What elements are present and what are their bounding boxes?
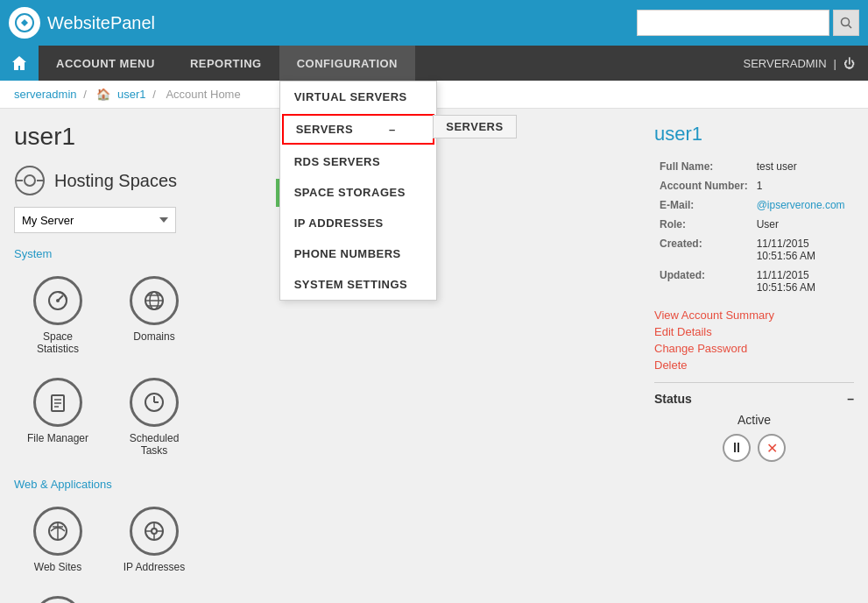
space-statistics-label: Space Statistics [21, 330, 95, 355]
left-panel: user1 Hosting Spaces My Server [0, 109, 258, 603]
delete-link[interactable]: Delete [654, 358, 854, 372]
change-password-link[interactable]: Change Password [654, 342, 854, 355]
svg-line-2 [849, 25, 852, 29]
status-section: Status – Active ⏸ ✕ [654, 382, 854, 462]
hosting-spaces-title: Hosting Spaces [54, 171, 177, 191]
right-panel: user1 Full Name: test user Account Numbe… [640, 109, 868, 603]
nav-right: SERVERADMIN | ⏻ [730, 57, 868, 70]
hosting-spaces-icon [14, 165, 46, 196]
web-apps-label: Web & Applications [14, 478, 244, 491]
info-value-updated: 11/11/2015 10:51:56 AM [753, 266, 852, 296]
dropdown-item-rds-servers[interactable]: RDS Servers [280, 146, 436, 177]
server-dropdown[interactable]: My Server [14, 207, 176, 233]
user-info-table: Full Name: test user Account Number: 1 E… [654, 156, 854, 298]
view-account-summary-link[interactable]: View Account Summary [654, 309, 854, 322]
icon-web-app-gallery[interactable]: Web App Gallery [14, 589, 102, 603]
action-links: View Account Summary Edit Details Change… [654, 309, 854, 372]
servers-overlay-btn[interactable]: Servers [433, 115, 516, 138]
web-icons-grid: Web Sites IP Addresses [14, 500, 244, 603]
search-input[interactable] [637, 10, 829, 36]
icon-file-manager[interactable]: File Manager [14, 371, 102, 464]
home-nav-button[interactable] [0, 46, 39, 81]
nav-bar: ACCOUNT MENU REPORTING CONFIGURATION Vir… [0, 46, 868, 81]
icon-space-statistics[interactable]: Space Statistics [14, 269, 102, 362]
breadcrumb-home-icon: 🏠 [96, 88, 110, 101]
status-label: Status [654, 392, 692, 406]
breadcrumb-serveradmin[interactable]: serveradmin [14, 88, 77, 101]
info-row-updated: Updated: 11/11/2015 10:51:56 AM [656, 266, 852, 296]
info-row-fullname: Full Name: test user [656, 158, 852, 175]
system-section-label: System [14, 247, 244, 260]
icon-scheduled-tasks[interactable]: Scheduled Tasks [110, 371, 198, 464]
hosting-spaces-section: Hosting Spaces My Server [14, 165, 244, 233]
logo-area: WebsitePanel [9, 7, 155, 39]
configuration-dropdown: Virtual Servers Servers Servers – RDS Se… [279, 81, 437, 301]
dropdown-item-space-storages[interactable]: Space Storages [280, 177, 436, 208]
info-label-email: E-Mail: [656, 196, 752, 214]
dropdown-item-ip-addresses[interactable]: IP Addresses [280, 208, 436, 238]
logo-text: WebsitePanel [47, 13, 155, 33]
info-row-created: Created: 11/11/2015 10:51:56 AM [656, 235, 852, 265]
ip-addresses-web-icon [130, 507, 179, 556]
user-info-title: user1 [654, 123, 854, 145]
nav-separator: | [834, 57, 836, 70]
file-manager-icon [33, 378, 82, 427]
search-area [637, 10, 859, 36]
scheduled-tasks-label: Scheduled Tasks [117, 432, 191, 457]
info-label-fullname: Full Name: [656, 158, 752, 175]
domains-icon [130, 276, 179, 325]
svg-point-26 [152, 529, 157, 534]
ip-addresses-web-label: IP Addresses [123, 561, 186, 573]
cancel-button[interactable]: ✕ [758, 434, 786, 462]
svg-point-9 [56, 299, 60, 302]
status-controls: ⏸ ✕ [654, 434, 854, 462]
info-value-role: User [753, 216, 852, 233]
web-sites-icon [33, 507, 82, 556]
breadcrumb-user1[interactable]: user1 [117, 88, 146, 101]
edit-details-link[interactable]: Edit Details [654, 325, 854, 338]
info-label-updated: Updated: [656, 266, 752, 296]
status-header: Status – [654, 392, 854, 406]
info-label-created: Created: [656, 235, 752, 265]
nav-username: SERVERADMIN [743, 57, 826, 70]
hosting-spaces-header: Hosting Spaces [14, 165, 244, 196]
top-bar: WebsitePanel [0, 0, 868, 46]
breadcrumb-account-home: Account Home [166, 88, 240, 101]
account-menu-nav[interactable]: ACCOUNT MENU [39, 46, 173, 81]
dropdown-item-virtual-servers[interactable]: Virtual Servers [280, 82, 436, 112]
configuration-nav[interactable]: CONFIGURATION Virtual Servers Servers Se… [279, 46, 415, 81]
file-manager-label: File Manager [27, 432, 88, 444]
system-icons-grid: Space Statistics Domains [14, 269, 244, 464]
power-button[interactable]: ⏻ [843, 57, 855, 70]
info-row-role: Role: User [656, 216, 852, 233]
icon-web-sites[interactable]: Web Sites [14, 500, 102, 580]
status-collapse-icon[interactable]: – [847, 392, 854, 406]
dropdown-item-phone-numbers[interactable]: Phone Numbers [280, 238, 436, 269]
dropdown-item-system-settings[interactable]: System Settings [280, 269, 436, 300]
info-label-role: Role: [656, 216, 752, 233]
dropdown-item-servers[interactable]: Servers Servers – [282, 114, 434, 145]
info-label-account-number: Account Number: [656, 177, 752, 195]
space-statistics-icon [33, 276, 82, 325]
icon-ip-addresses-web[interactable]: IP Addresses [110, 500, 198, 580]
svg-point-4 [25, 175, 35, 186]
info-value-created: 11/11/2015 10:51:56 AM [753, 235, 852, 265]
scheduled-tasks-icon [130, 378, 179, 427]
search-button[interactable] [833, 10, 859, 36]
web-sites-label: Web Sites [34, 561, 81, 573]
web-app-gallery-icon [33, 596, 82, 603]
info-row-email: E-Mail: @ipserverone.com [656, 196, 852, 214]
icon-domains[interactable]: Domains [110, 269, 198, 362]
server-dropdown-wrapper: My Server [14, 207, 176, 233]
domains-label: Domains [133, 330, 174, 343]
pause-button[interactable]: ⏸ [723, 434, 751, 462]
info-row-account-number: Account Number: 1 [656, 177, 852, 195]
email-link[interactable]: @ipserverone.com [757, 199, 845, 211]
info-value-email: @ipserverone.com [753, 196, 852, 214]
info-value-account-number: 1 [753, 177, 852, 195]
page-title: user1 [14, 123, 244, 151]
overlay-separator: – [389, 123, 396, 136]
reporting-nav[interactable]: REPORTING [173, 46, 279, 81]
svg-point-1 [842, 18, 850, 26]
info-value-fullname: test user [753, 158, 852, 175]
